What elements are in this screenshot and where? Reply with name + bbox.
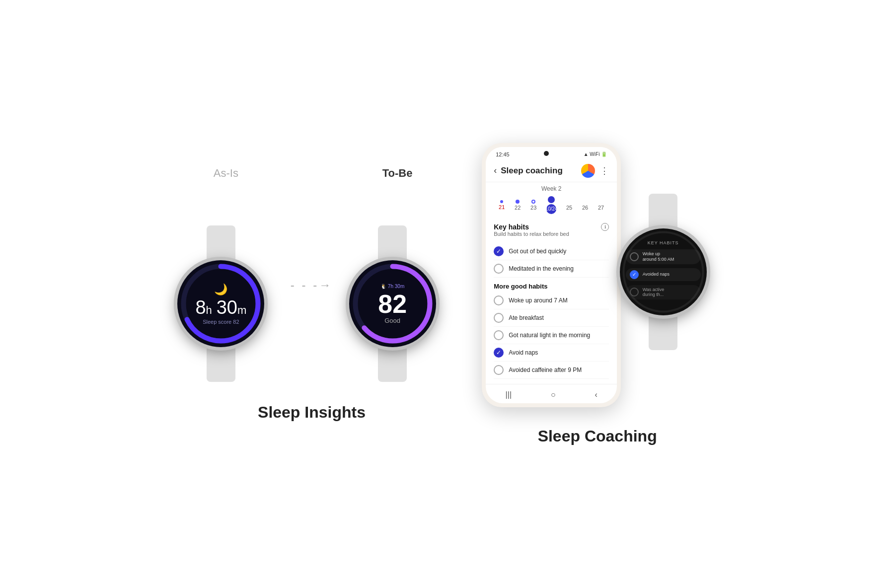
phone: 12:45 ▲ WiFi 🔋 ‹ Sleep coaching ⋮ [482,143,621,407]
nav-menu[interactable]: ||| [506,390,512,399]
watch-band-top-2 [378,225,407,260]
cal-day-25[interactable]: 25 [566,200,572,211]
more-habit-text-0: Woke up around 7 AM [509,297,568,304]
cal-num-21: 21 [499,204,505,210]
phone-status-bar: 12:45 ▲ WiFi 🔋 [486,147,617,160]
phone-title: Sleep coaching [501,166,563,176]
more-habit-1[interactable]: Ate breakfast [494,309,609,327]
watch-habit-cb-2 [630,288,639,296]
habit-item-1[interactable]: Meditated in the evening [494,260,609,278]
phone-nav: ||| ○ ‹ [486,384,617,403]
watch-habit-text-0: Woke uparound 5:00 AM [643,251,674,262]
info-icon[interactable]: ℹ [601,223,609,231]
phone-content: Key habits Build habits to relax before … [486,218,617,384]
key-habits-watch-label: Key habits [626,240,701,245]
main-container: As-Is 🌙 8h 30m [0,123,894,465]
app-logo [581,164,595,178]
phone-header-right: ⋮ [581,164,609,178]
key-habits-subtitle: Build habits to relax before bed [494,231,569,237]
watch-habit-cb-1: ✓ [630,270,639,279]
cal-day-23[interactable]: 23 [530,200,536,211]
coaching-devices: 12:45 ▲ WiFi 🔋 ‹ Sleep coaching ⋮ [482,143,713,407]
more-button[interactable]: ⋮ [600,165,609,176]
more-habit-text-1: Ate breakfast [509,314,544,321]
cal-day-1024[interactable]: 10/24 [546,196,556,214]
arrow-icon: - - -→ [291,278,333,292]
watch-habit-cb-0 [630,252,639,261]
more-habit-cb-3: ✓ [494,348,504,358]
cal-num-25: 25 [566,205,572,211]
calendar-row: 21 22 23 10/24 [486,194,617,218]
as-is-watch-content: 🌙 8h 30m Sleep score 82 [189,283,252,325]
to-be-watch-container: To-Be 🐧 7h 30m 82 Good [353,167,442,383]
watch-habit-1: ✓ Avoided naps [626,268,701,281]
week-label: Week 2 [486,182,617,194]
as-is-label: As-Is [214,167,238,180]
to-be-label: To-Be [382,167,413,180]
sleep-insights-title: Sleep Insights [258,403,366,422]
watch-habit-2: Was activeduring th... [626,285,701,300]
cal-num-1024: 10/24 [546,204,556,214]
more-habit-cb-0 [494,295,504,305]
as-is-watch-container: As-Is 🌙 8h 30m [181,167,271,383]
nav-back[interactable]: ‹ [595,390,597,399]
more-habit-text-3: Avoid naps [509,349,538,356]
more-habit-3[interactable]: ✓ Avoid naps [494,344,609,362]
more-habit-4[interactable]: Avoided caffeine after 9 PM [494,362,609,379]
key-habits-title-block: Key habits Build habits to relax before … [494,223,569,241]
arrow-container: - - -→ [291,258,333,292]
coaching-watch-band-top [649,194,677,228]
more-habit-text-4: Avoided caffeine after 9 PM [509,367,582,373]
habit-text-1: Meditated in the evening [509,265,574,272]
more-habit-2[interactable]: Got natural light in the morning [494,327,609,344]
cal-dot-23 [531,200,535,204]
more-habit-text-2: Got natural light in the morning [509,332,590,339]
sleep-coaching-title: Sleep Coaching [538,427,657,445]
back-button[interactable]: ‹ [494,165,497,176]
coaching-watch-content: Key habits Woke uparound 5:00 AM ✓ Avoid… [620,240,707,303]
more-habit-0[interactable]: Woke up around 7 AM [494,292,609,309]
cal-dot-22 [516,200,520,204]
status-icons: ▲ WiFi 🔋 [584,151,607,157]
habit-item-0[interactable]: ✓ Got out of bed quickly [494,243,609,260]
key-habits-title: Key habits [494,223,569,231]
coaching-watch: Key habits Woke uparound 5:00 AM ✓ Avoid… [613,193,713,352]
phone-screen: 12:45 ▲ WiFi 🔋 ‹ Sleep coaching ⋮ [486,147,617,403]
watch-band-top [207,225,235,260]
cal-day-27[interactable]: 27 [598,200,604,211]
phone-camera [544,151,549,156]
more-habit-cb-1 [494,313,504,323]
cal-day-26[interactable]: 26 [582,200,588,211]
to-be-watch-content: 🐧 7h 30m 82 Good [372,284,413,324]
cal-day-22[interactable]: 22 [515,200,521,211]
more-habits-title: More good habits [494,283,609,290]
phone-header: ‹ Sleep coaching ⋮ [486,160,617,182]
cal-num-27: 27 [598,205,604,211]
more-habit-cb-4 [494,365,504,375]
to-be-watch-face: 🐧 7h 30m 82 Good [349,260,436,347]
cal-dot-26 [583,200,587,204]
cal-day-21[interactable]: 21 [499,200,505,210]
watch-band-bottom-2 [378,347,407,382]
cal-dot-21 [500,200,503,203]
nav-home[interactable]: ○ [551,390,556,399]
habit-checkbox-1 [494,264,504,274]
watch-habit-text-2: Was activeduring th... [643,287,665,298]
to-be-score: 82 [378,291,407,317]
to-be-watch: 🐧 7h 30m 82 Good [343,224,442,383]
watch-band-bottom [207,347,235,382]
status-time: 12:45 [496,151,510,157]
cal-num-26: 26 [582,205,588,211]
cal-num-23: 23 [530,205,536,211]
sleep-coaching-section: 12:45 ▲ WiFi 🔋 ‹ Sleep coaching ⋮ [482,143,713,445]
more-habit-cb-2 [494,330,504,340]
habit-text-0: Got out of bed quickly [509,248,566,255]
watches-row: As-Is 🌙 8h 30m [181,167,442,383]
key-habits-header: Key habits Build habits to relax before … [494,223,609,241]
cal-num-22: 22 [515,205,521,211]
cal-dot-1024 [548,196,555,203]
cal-dot-27 [599,200,603,204]
phone-header-left: ‹ Sleep coaching [494,165,563,176]
coaching-watch-band-bottom [649,315,677,350]
cal-dot-25 [567,200,571,204]
